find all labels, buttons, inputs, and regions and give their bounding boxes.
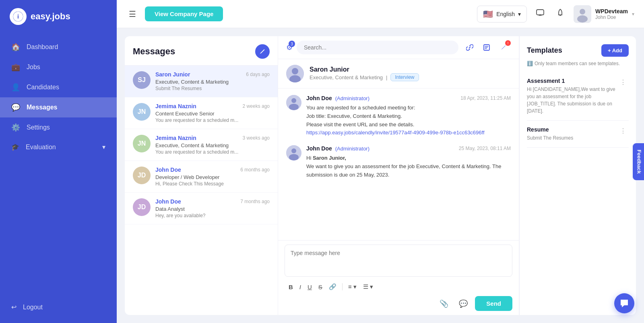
add-template-button[interactable]: + Add [601,44,629,57]
chat-action-buttons: ! [462,40,511,55]
settings-icon: ⚙️ [11,123,20,132]
notification-bell-button[interactable] [553,6,567,22]
template-icon-button[interactable] [479,40,494,55]
user-profile[interactable]: WPDevteam John Doe ▾ [574,5,634,23]
message-preview: You are requested for a scheduled m... [155,149,270,155]
sidebar-item-label: Settings [27,124,50,131]
filter-button[interactable]: ⚙ 3 [286,43,293,52]
chat-icon-button[interactable] [533,6,547,22]
link-button[interactable]: 🔗 [326,282,339,292]
message-text: You are requested for a scheduled meetin… [306,104,511,137]
sidebar-item-messages[interactable]: 💬 Messages [0,97,117,117]
toolbar-divider [342,283,343,290]
main-content: ☰ View Company Page 🇺🇸 English ▾ [117,0,644,323]
message-role: Executive, Content & Marketing [155,142,270,148]
strikethrough-button[interactable]: S [316,282,325,292]
message-name: Saron Junior [155,71,190,78]
sidebar-item-dashboard[interactable]: 🏠 Dashboard [0,37,117,57]
chat-message: John Doe (Administrator) 18 Apr, 2023, 1… [286,95,511,137]
chat-toolbar: B I U S 🔗 ≡ ▾ ☰ ▾ [285,278,512,294]
message-avatar: JN [133,103,151,121]
messages-header: Messages [125,36,278,66]
language-selector[interactable]: 🇺🇸 English ▾ [477,6,527,23]
interview-badge: Interview [390,73,419,81]
message-content: John Doe (Administrator) 25 May, 2023, 0… [306,145,511,179]
underline-button[interactable]: U [305,282,314,292]
message-input[interactable] [285,245,512,277]
bullet-list-button[interactable]: ≡ ▾ [346,282,359,292]
sidebar-item-label: Candidates [27,84,59,91]
message-icon-button[interactable]: 💬 [456,298,471,310]
message-list-item[interactable]: JD John Doe 7 months ago Data Analyst He… [125,193,278,224]
compose-badge: ! [505,40,511,46]
candidates-icon: 👤 [11,83,20,92]
template-item[interactable]: Resume Submit The Resumes ⋮ [527,121,629,148]
message-body: John Doe 7 months ago Data Analyst Hey, … [155,198,270,218]
view-company-button[interactable]: View Company Page [145,6,223,21]
template-name: Assessment 1 [527,78,617,84]
svg-point-12 [291,98,296,103]
message-name: John Doe [155,198,181,205]
compose-icon-button[interactable]: ! [496,40,511,55]
messages-title: Messages [133,46,175,57]
feedback-tab[interactable]: Feedback [633,143,644,180]
message-avatar: JN [133,135,151,152]
attachment-button[interactable]: 📎 [436,298,452,310]
svg-point-16 [289,154,299,160]
message-preview: Hi, Please Check This Message [155,181,270,187]
message-list-item[interactable]: JD John Doe 6 months ago Developer / Web… [125,161,278,193]
italic-button[interactable]: I [297,282,303,292]
link-icon-button[interactable] [462,40,477,55]
message-list-item[interactable]: SJ Saron Junior 6 days ago Executive, Co… [125,66,278,97]
sidebar-item-jobs[interactable]: 💼 Jobs [0,57,117,77]
home-icon: 🏠 [11,43,20,51]
template-menu-button[interactable]: ⋮ [617,126,629,136]
message-header: John Doe (Administrator) 18 Apr, 2023, 1… [306,95,511,101]
svg-point-5 [580,9,585,14]
pipe-separator: | [386,74,387,80]
template-menu-button[interactable]: ⋮ [617,78,629,87]
search-input[interactable] [297,41,458,54]
chat-contact-role: Executive, Content & Marketing | Intervi… [310,73,511,81]
message-body: Jemima Naznin 3 weeks ago Executive, Con… [155,135,270,155]
filter-badge: 3 [289,41,295,47]
chat-message: John Doe (Administrator) 25 May, 2023, 0… [286,145,511,179]
sidebar: i easy.jobs 🏠 Dashboard 💼 Jobs 👤 Candida… [0,0,117,323]
template-name: Resume [527,126,617,133]
sidebar-item-evaluation[interactable]: 🎓 Evaluation ▾ [0,138,117,156]
svg-point-15 [291,148,296,153]
numbered-list-button[interactable]: ☰ ▾ [361,282,376,292]
logo: i easy.jobs [0,0,117,33]
message-sender: John Doe [306,145,332,152]
templates-title: Templates [527,46,562,55]
message-avatar: JD [133,198,151,216]
info-icon: ℹ️ [527,61,533,66]
message-sender: John Doe [306,95,332,101]
message-body: Saron Junior 6 days ago Executive, Conte… [155,71,270,91]
send-button[interactable]: Send [475,296,512,311]
message-list-item[interactable]: JN Jemima Naznin 3 weeks ago Executive, … [125,129,278,161]
sidebar-item-label: Jobs [27,64,40,71]
chat-contact-avatar [286,65,304,82]
template-item[interactable]: Assessment 1 Hi [CANDIDATE_NAME],We want… [527,72,629,121]
compose-button[interactable] [255,44,270,59]
hamburger-button[interactable]: ☰ [126,7,138,21]
message-list-item[interactable]: JN Jemima Naznin 2 weeks ago Content Exe… [125,97,278,129]
sidebar-item-logout[interactable]: ↩ Logout [0,298,117,317]
flag-icon: 🇺🇸 [483,9,493,19]
message-time: 7 months ago [240,199,270,204]
messages-icon: 💬 [11,103,20,112]
sidebar-item-candidates[interactable]: 👤 Candidates [0,77,117,97]
bold-button[interactable]: B [286,282,295,292]
sidebar-item-label: Messages [27,104,58,111]
sidebar-item-settings[interactable]: ⚙️ Settings [0,117,117,138]
chat-widget-button[interactable] [614,293,634,313]
templates-header: Templates + Add [520,36,636,61]
logout-icon: ↩ [11,303,17,311]
chat-input-area: B I U S 🔗 ≡ ▾ ☰ ▾ 📎 💬 Send [278,240,519,315]
chat-send-row: 📎 💬 Send [285,294,512,311]
template-content: Resume Submit The Resumes [527,126,617,142]
template-content: Assessment 1 Hi [CANDIDATE_NAME],We want… [527,78,617,115]
message-role: Executive, Content & Marketing [155,79,270,85]
message-name: John Doe [155,167,181,173]
